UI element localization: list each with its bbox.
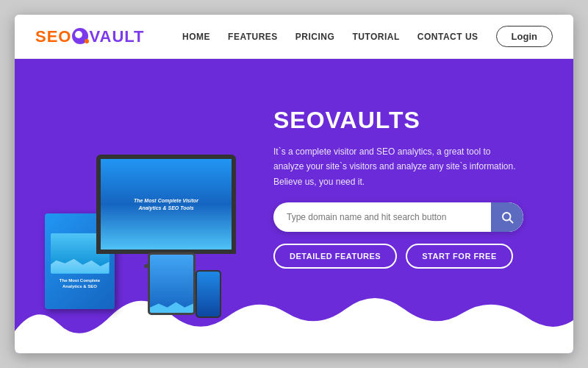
login-button[interactable]: Login — [496, 26, 553, 47]
detailed-features-button[interactable]: DETAILED FEATURES — [273, 244, 397, 269]
navbar: SEO VAULT HOME FEATURES PRICING TUTORIAL… — [15, 15, 573, 59]
hero-section: The Most CompleteAnalytics & SEO The Mos… — [15, 59, 573, 353]
hero-title: SEOVAULTS — [273, 107, 551, 134]
search-button[interactable] — [491, 202, 523, 232]
search-bar — [273, 202, 523, 232]
monitor-label: The Most Complete VisitorAnalytics & SEO… — [134, 197, 198, 212]
hero-description: It`s a complete visitor and SEO analytic… — [273, 144, 523, 189]
phone — [196, 270, 221, 318]
cta-buttons: DETAILED FEATURES START FOR FREE — [273, 244, 551, 269]
tablet-screen — [150, 255, 193, 313]
nav-contact[interactable]: CONTACT US — [417, 32, 478, 42]
logo: SEO VAULT — [35, 27, 145, 46]
tablet — [148, 252, 196, 315]
svg-line-1 — [509, 219, 512, 222]
monitor-screen: The Most Complete VisitorAnalytics & SEO… — [96, 155, 236, 254]
search-input[interactable] — [273, 205, 491, 230]
hero-left: The Most CompleteAnalytics & SEO The Mos… — [15, 59, 266, 353]
logo-icon — [72, 28, 88, 44]
product-box-text: The Most CompleteAnalytics & SEO — [60, 278, 100, 290]
search-icon — [501, 210, 514, 224]
hero-right: SEOVAULTS It`s a complete visitor and SE… — [266, 59, 573, 353]
product-stack: The Most CompleteAnalytics & SEO The Mos… — [45, 155, 236, 324]
nav-links: HOME FEATURES PRICING TUTORIAL CONTACT U… — [182, 26, 553, 47]
monitor-screen-inner: The Most Complete VisitorAnalytics & SEO… — [101, 159, 232, 250]
nav-home[interactable]: HOME — [182, 32, 210, 42]
outer-frame: SEO VAULT HOME FEATURES PRICING TUTORIAL… — [0, 0, 588, 368]
nav-features[interactable]: FEATURES — [228, 32, 278, 42]
logo-seo-text: SEO — [35, 27, 71, 46]
logo-vault-text: VAULT — [89, 27, 144, 46]
phone-screen — [197, 272, 220, 316]
start-free-button[interactable]: START FOR FREE — [406, 244, 513, 269]
nav-tutorial[interactable]: TUTORIAL — [352, 32, 399, 42]
nav-pricing[interactable]: PRICING — [295, 32, 335, 42]
browser-window: SEO VAULT HOME FEATURES PRICING TUTORIAL… — [15, 15, 573, 353]
